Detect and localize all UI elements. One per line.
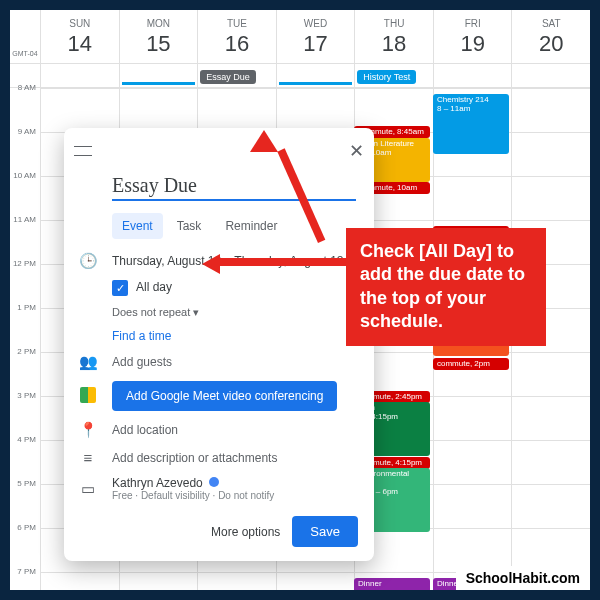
allday-checkbox[interactable]: ✓All day bbox=[112, 280, 356, 296]
day-col[interactable]: FRI19 bbox=[433, 10, 512, 63]
allday-row: Essay Due History Test bbox=[10, 64, 590, 88]
grid-cell[interactable] bbox=[119, 573, 198, 590]
find-a-time-link[interactable]: Find a time bbox=[112, 329, 356, 343]
hour-label: 1 PM bbox=[10, 303, 40, 352]
grid-cell[interactable] bbox=[433, 485, 512, 528]
tab-task[interactable]: Task bbox=[167, 213, 212, 239]
grid-cell[interactable] bbox=[197, 573, 276, 590]
grid-cell[interactable] bbox=[433, 177, 512, 220]
grid-cell[interactable] bbox=[40, 89, 119, 132]
event-dinner[interactable]: Dinner7 – 8pm bbox=[354, 578, 430, 590]
description-icon: ≡ bbox=[78, 449, 98, 466]
grid-cell[interactable] bbox=[511, 177, 590, 220]
hour-label: 8 AM bbox=[10, 83, 40, 132]
meet-icon bbox=[78, 387, 98, 406]
hour-label: 10 AM bbox=[10, 171, 40, 220]
allday-essay-due[interactable]: Essay Due bbox=[197, 64, 276, 87]
add-description-input[interactable]: Add description or attachments bbox=[112, 451, 356, 465]
add-location-input[interactable]: Add location bbox=[112, 423, 356, 437]
grid-cell[interactable] bbox=[40, 573, 119, 590]
clock-icon: 🕒 bbox=[78, 252, 98, 270]
drag-handle-icon[interactable] bbox=[74, 146, 92, 156]
hour-label: 12 PM bbox=[10, 259, 40, 308]
grid-cell[interactable] bbox=[511, 133, 590, 176]
calendar-icon: ▭ bbox=[78, 480, 98, 498]
save-button[interactable]: Save bbox=[292, 516, 358, 547]
day-col[interactable]: MON15 bbox=[119, 10, 198, 63]
hour-label: 2 PM bbox=[10, 347, 40, 396]
people-icon: 👥 bbox=[78, 353, 98, 371]
more-options-button[interactable]: More options bbox=[211, 525, 280, 539]
grid-cell[interactable] bbox=[119, 89, 198, 132]
location-icon: 📍 bbox=[78, 421, 98, 439]
add-guests-input[interactable]: Add guests bbox=[112, 355, 356, 369]
hour-label: 3 PM bbox=[10, 391, 40, 440]
tab-event[interactable]: Event bbox=[112, 213, 163, 239]
grid-cell[interactable] bbox=[511, 397, 590, 440]
annotation-arrowhead bbox=[250, 130, 278, 152]
hour-label: 9 AM bbox=[10, 127, 40, 176]
close-icon[interactable]: ✕ bbox=[349, 140, 364, 162]
repeat-dropdown[interactable]: Does not repeat ▾ bbox=[112, 306, 356, 319]
day-col[interactable]: TUE16 bbox=[197, 10, 276, 63]
event-create-panel: ✕ Event Task Reminder 🕒 Thursday, August… bbox=[64, 128, 374, 561]
timezone-label: GMT-04 bbox=[10, 10, 40, 63]
grid-cell[interactable] bbox=[433, 441, 512, 484]
watermark: SchoolHabit.com bbox=[456, 566, 590, 590]
grid-cell[interactable] bbox=[276, 573, 355, 590]
day-col[interactable]: WED17 bbox=[276, 10, 355, 63]
annotation-callout: Check [All Day] to add the due date to t… bbox=[346, 228, 546, 346]
hour-label: 6 PM bbox=[10, 523, 40, 572]
hour-label: 11 AM bbox=[10, 215, 40, 264]
grid-cell[interactable] bbox=[433, 397, 512, 440]
grid-cell[interactable] bbox=[511, 353, 590, 396]
grid-cell[interactable] bbox=[511, 485, 590, 528]
day-col[interactable]: SAT20 bbox=[511, 10, 590, 63]
hour-label: 7 PM bbox=[10, 567, 40, 590]
add-meet-button[interactable]: Add Google Meet video conferencing bbox=[112, 381, 337, 411]
allday-history-test[interactable]: History Test bbox=[354, 64, 433, 87]
day-col[interactable]: THU18 bbox=[354, 10, 433, 63]
annotation-arrowhead bbox=[202, 254, 220, 274]
week-header: GMT-04 SUN14 MON15 TUE16 WED17 THU18 FRI… bbox=[10, 10, 590, 64]
grid-cell[interactable] bbox=[511, 89, 590, 132]
grid-cell[interactable] bbox=[276, 89, 355, 132]
event-commute[interactable]: commute, 2pm bbox=[433, 358, 509, 370]
hour-label: 5 PM bbox=[10, 479, 40, 528]
event-title-input[interactable] bbox=[112, 172, 356, 201]
day-col[interactable]: SUN14 bbox=[40, 10, 119, 63]
annotation-arrow bbox=[218, 258, 348, 266]
event-chemistry[interactable]: Chemistry 2148 – 11am bbox=[433, 94, 509, 154]
tab-reminder[interactable]: Reminder bbox=[215, 213, 287, 239]
calendar-owner[interactable]: Kathryn Azevedo Free · Default visibilit… bbox=[112, 476, 356, 501]
grid-cell[interactable] bbox=[197, 89, 276, 132]
grid-cell[interactable] bbox=[511, 441, 590, 484]
hour-label: 4 PM bbox=[10, 435, 40, 484]
